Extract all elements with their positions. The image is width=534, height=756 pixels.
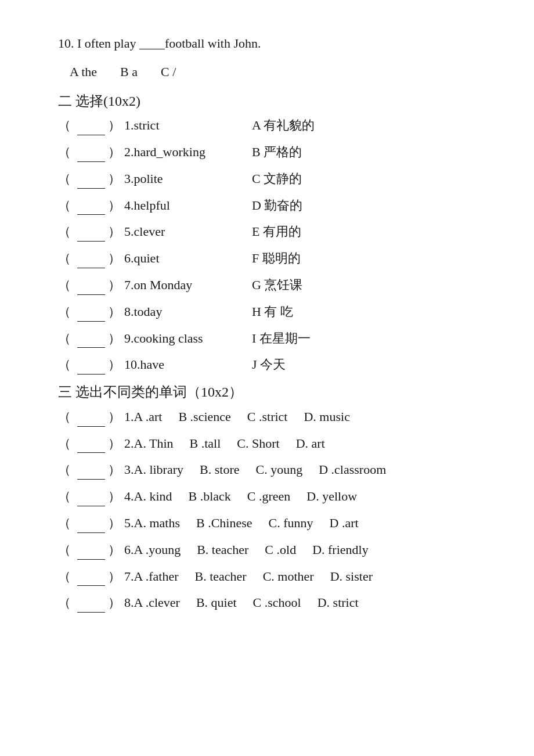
match-chinese-2: 严格的: [264, 143, 302, 161]
match-letter-2: B: [252, 143, 264, 161]
c1-b: B .science: [178, 408, 230, 426]
blank-5[interactable]: [77, 223, 105, 242]
choice-blank-4[interactable]: [77, 488, 105, 506]
choice-blank-5[interactable]: [77, 514, 105, 533]
choice-blank-3[interactable]: [77, 461, 105, 480]
blank-4[interactable]: [77, 197, 105, 215]
c3-b: B. store: [200, 461, 239, 479]
section-3-header: 三 选出不同类的单词（10x2）: [58, 383, 488, 402]
c4-d: D. yellow: [306, 488, 357, 506]
blank-7[interactable]: [77, 276, 105, 295]
section-2-header: 二 选择(10x2): [58, 92, 488, 111]
match-row-4: （ ） 4.helpful D 勤奋的: [58, 197, 488, 215]
c6-a: A .young: [134, 541, 181, 559]
choice-row-2: （ ） 2. A. Thin B .tall C. Short D. art: [58, 435, 488, 453]
choice-blank-1[interactable]: [77, 408, 105, 427]
match-row-2: （ ） 2.hard_working B 严格的: [58, 143, 488, 162]
c2-a: A. Thin: [134, 435, 174, 453]
q10-option-a: A the: [70, 63, 97, 81]
match-chinese-9: 在星期一: [259, 330, 311, 348]
match-english-6: 6.quiet: [124, 250, 252, 268]
blank-2[interactable]: [77, 143, 105, 162]
match-letter-9: I: [252, 330, 259, 348]
match-letter-3: C: [252, 170, 264, 188]
blank-6[interactable]: [77, 250, 105, 268]
c7-d: D. sister: [330, 568, 373, 586]
choice-row-8: （ ） 8. A .clever B. quiet C .school D. s…: [58, 594, 488, 613]
match-row-1: （ ） 1.strict A 有礼貌的: [58, 117, 488, 135]
c2-d: D. art: [296, 435, 325, 453]
section-3: 三 选出不同类的单词（10x2） （ ） 1. A .art B .scienc…: [58, 383, 488, 613]
match-row-5: （ ） 5.clever E 有用的: [58, 223, 488, 242]
c4-a: A. kind: [134, 488, 172, 506]
match-row-6: （ ） 6.quiet F 聪明的: [58, 250, 488, 268]
match-letter-1: A: [252, 117, 264, 135]
blank-1[interactable]: [77, 117, 105, 135]
c4-b: B .black: [189, 488, 231, 506]
match-chinese-6: 聪明的: [262, 250, 301, 268]
c7-a: A .father: [134, 568, 179, 586]
match-english-2: 2.hard_working: [124, 143, 252, 161]
match-chinese-8: 有 吃: [264, 303, 293, 321]
match-row-8: （ ） 8.today H 有 吃: [58, 303, 488, 322]
match-chinese-4: 勤奋的: [264, 197, 302, 215]
c7-c: C. mother: [263, 568, 314, 586]
c8-a: A .clever: [134, 594, 180, 612]
match-english-3: 3.polite: [124, 170, 252, 188]
c8-d: D. strict: [317, 594, 359, 612]
c6-b: B. teacher: [197, 541, 248, 559]
match-chinese-3: 文静的: [264, 170, 302, 188]
c3-d: D .classroom: [319, 461, 386, 479]
c6-c: C .old: [265, 541, 296, 559]
c7-b: B. teacher: [194, 568, 246, 586]
choice-blank-8[interactable]: [77, 594, 105, 613]
q10-option-c: C /: [161, 63, 176, 81]
c5-c: C. funny: [269, 514, 313, 532]
match-chinese-1: 有礼貌的: [264, 117, 315, 135]
choice-row-7: （ ） 7. A .father B. teacher C. mother D.…: [58, 568, 488, 586]
match-english-1: 1.strict: [124, 117, 252, 135]
c1-d: D. music: [304, 408, 349, 426]
choice-row-1: （ ） 1. A .art B .science C .strict D. mu…: [58, 408, 488, 427]
match-english-8: 8.today: [124, 303, 252, 321]
match-english-4: 4.helpful: [124, 197, 252, 215]
match-letter-5: E: [252, 223, 263, 241]
c6-d: D. friendly: [312, 541, 369, 559]
blank-9[interactable]: [77, 330, 105, 348]
match-english-9: 9.cooking class: [124, 330, 252, 348]
match-english-10: 10.have: [124, 356, 252, 374]
c5-d: D .art: [330, 514, 359, 532]
c1-a: A .art: [134, 408, 163, 426]
match-row-7: （ ） 7.on Monday G 烹饪课: [58, 276, 488, 295]
match-letter-6: F: [252, 250, 262, 268]
choice-row-3: （ ） 3. A. library B. store C. young D .c…: [58, 461, 488, 480]
match-row-9: （ ） 9.cooking class I 在星期一: [58, 330, 488, 348]
c3-a: A. library: [134, 461, 184, 479]
c8-c: C .school: [253, 594, 301, 612]
c5-b: B .Chinese: [196, 514, 252, 532]
choice-row-5: （ ） 5. A. maths B .Chinese C. funny D .a…: [58, 514, 488, 533]
blank-8[interactable]: [77, 303, 105, 322]
c3-c: C. young: [255, 461, 302, 479]
choice-blank-2[interactable]: [77, 435, 105, 453]
q10-text: 10. I often play ____football with John.: [58, 35, 261, 53]
match-english-7: 7.on Monday: [124, 276, 252, 294]
match-letter-7: G: [252, 276, 264, 294]
match-english-5: 5.clever: [124, 223, 252, 241]
choice-blank-6[interactable]: [77, 541, 105, 560]
match-chinese-5: 有用的: [263, 223, 301, 241]
c5-a: A. maths: [134, 514, 180, 532]
choice-blank-7[interactable]: [77, 568, 105, 586]
c2-b: B .tall: [190, 435, 221, 453]
c4-c: C .green: [247, 488, 291, 506]
question-10: 10. I often play ____football with John.: [58, 35, 488, 53]
blank-3[interactable]: [77, 170, 105, 189]
match-row-3: （ ） 3.polite C 文静的: [58, 170, 488, 189]
match-letter-10: J: [252, 356, 260, 374]
match-row-10: （ ） 10.have J 今天: [58, 356, 488, 375]
blank-10[interactable]: [77, 356, 105, 375]
match-letter-4: D: [252, 197, 264, 215]
section-2: 二 选择(10x2) （ ） 1.strict A 有礼貌的 （ ） 2.har…: [58, 92, 488, 375]
c1-c: C .strict: [247, 408, 288, 426]
choice-row-4: （ ） 4. A. kind B .black C .green D. yell…: [58, 488, 488, 506]
